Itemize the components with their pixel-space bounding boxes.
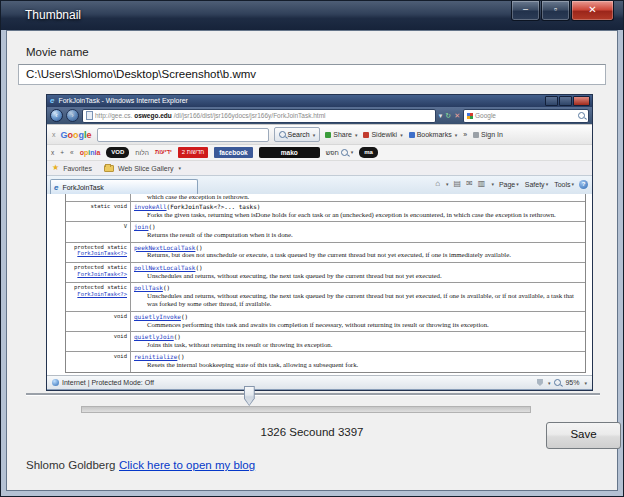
ie-window-controls bbox=[545, 96, 590, 106]
api-table-row: voidreinitialize()Resets the internal bo… bbox=[66, 351, 585, 371]
favorites-star-icon: ★ bbox=[52, 164, 59, 172]
chevron-down-icon: ▾ bbox=[446, 181, 449, 187]
google-search-button: Search ▾ bbox=[274, 127, 321, 142]
web-slice-label: Web Slice Gallery bbox=[118, 165, 174, 172]
api-table-row: static voidinvokeAll(ForkJoinTask<?>... … bbox=[66, 201, 585, 221]
type-link: ForkJoinTask<?> bbox=[77, 250, 127, 256]
links-bar-item: 2 חדשות bbox=[178, 147, 208, 158]
movie-name-label: Movie name bbox=[26, 46, 89, 58]
mail-icon: ✉ bbox=[466, 179, 473, 189]
home-icon: ⌂ bbox=[435, 179, 440, 189]
google-toolbar-input bbox=[97, 128, 269, 142]
links-bar-item: « bbox=[70, 148, 74, 157]
window-controls: – ▫ ✕ bbox=[511, 1, 614, 21]
type-link: ForkJoinTask<?> bbox=[77, 291, 127, 297]
google-search-label: Search bbox=[288, 131, 310, 138]
status-zone-text: Internet | Protected Mode: Off bbox=[62, 379, 154, 386]
window-title: Thumbnail bbox=[25, 8, 81, 22]
api-return-type: void bbox=[66, 312, 130, 331]
command-bar-menu: Safety▾ bbox=[525, 181, 548, 188]
minimize-button[interactable]: – bbox=[511, 1, 540, 21]
ie-logo-icon: e bbox=[50, 95, 54, 107]
links-bar-item: ma bbox=[359, 147, 378, 158]
blog-link[interactable]: Click here to open my blog bbox=[119, 459, 255, 471]
chevron-down-icon: ▾ bbox=[548, 380, 551, 386]
links-bar-item: חפש▾ bbox=[326, 148, 354, 157]
ie-maximize-icon bbox=[559, 96, 572, 106]
api-method-signature: reinitialize() bbox=[134, 353, 582, 361]
api-method-signature: quietlyInvoke() bbox=[134, 313, 582, 321]
links-bar-item: opinia bbox=[80, 148, 101, 157]
save-button[interactable]: Save bbox=[546, 422, 621, 449]
links-bar-item: x bbox=[51, 148, 54, 157]
seek-slider[interactable] bbox=[21, 386, 605, 408]
type-link: ForkJoinTask<?> bbox=[77, 271, 127, 277]
api-return-type: void bbox=[66, 352, 130, 371]
toolbar-item-icon bbox=[473, 132, 479, 138]
position-label: 1326 Secound 3397 bbox=[7, 426, 617, 438]
api-table-row: protected staticForkJoinTask<?>peekNextL… bbox=[66, 242, 585, 262]
favorites-bar: ★ Favorites Web Slice Gallery ▾ bbox=[47, 160, 592, 175]
api-method-description: Unschedules and returns, without executi… bbox=[134, 292, 582, 309]
api-method-description: Joins this task, without returning its r… bbox=[134, 341, 582, 349]
api-return-type: V bbox=[66, 222, 130, 241]
api-table-row: Vjoin()Returns the result of the computa… bbox=[66, 221, 585, 241]
links-bar-item: הלוח bbox=[135, 148, 149, 157]
ie-close-icon bbox=[573, 96, 590, 106]
zoom-icon bbox=[554, 379, 561, 386]
google-toolbar-item: Sign In bbox=[473, 131, 503, 138]
google-toolbar-item: Sidewiki▾ bbox=[363, 131, 402, 138]
api-method-signature: pollNextLocalTask() bbox=[134, 264, 582, 272]
globe-icon bbox=[52, 379, 59, 386]
chevron-down-icon: ▾ bbox=[546, 181, 549, 187]
ie-page-content: which case the exception is rethrown. st… bbox=[47, 194, 592, 375]
url-domain: oswego.edu bbox=[134, 110, 172, 121]
api-method-description: Returns the result of the computation wh… bbox=[134, 231, 582, 239]
favorites-label: Favorites bbox=[63, 165, 92, 172]
method-link: invokeAll bbox=[134, 203, 167, 210]
ie-address-field: http://gee.cs.oswego.edu/dl/jsr166/dist/… bbox=[82, 109, 436, 123]
stop-icon: ✕ bbox=[454, 108, 460, 123]
seek-slider-thumb[interactable] bbox=[244, 386, 255, 406]
api-table-row: which case the exception is rethrown. bbox=[66, 194, 585, 201]
movie-path-field[interactable]: C:\Users\Shlomo\Desktop\Screenshot\b.wmv bbox=[18, 64, 606, 85]
api-return-type: protected staticForkJoinTask<?> bbox=[66, 243, 130, 262]
method-link: pollTask bbox=[134, 284, 163, 291]
ie-minimize-icon bbox=[545, 96, 558, 106]
close-button[interactable]: ✕ bbox=[571, 1, 614, 21]
api-method-description: Unschedules and returns, without executi… bbox=[134, 272, 582, 280]
forward-icon: › bbox=[66, 109, 79, 122]
api-method-description: Returns, but does not unschedule or exec… bbox=[134, 251, 582, 259]
toolbar-close-icon: x bbox=[52, 131, 56, 138]
api-method-signature: invokeAll(ForkJoinTask<?>... tasks) bbox=[134, 203, 582, 211]
method-link: peekNextLocalTask bbox=[134, 244, 195, 251]
api-return-type: static void bbox=[66, 202, 130, 221]
google-toolbar-item: Bookmarks▾ bbox=[409, 131, 458, 138]
toolbar-item-icon bbox=[325, 132, 331, 138]
seek-slider-track[interactable] bbox=[26, 393, 600, 396]
chevron-down-icon: ▾ bbox=[313, 132, 316, 138]
back-icon: ‹ bbox=[50, 109, 63, 122]
thumbnail-window: Thumbnail – ▫ ✕ Movie name C:\Users\Shlo… bbox=[0, 0, 624, 497]
page-icon bbox=[86, 111, 93, 120]
maximize-button[interactable]: ▫ bbox=[541, 1, 570, 21]
api-table-row: protected staticForkJoinTask<?>pollNextL… bbox=[66, 262, 585, 282]
chevron-down-icon: ▾ bbox=[571, 181, 574, 187]
api-method-signature: join() bbox=[134, 223, 582, 231]
api-method-description: Forks the given tasks, returning when is… bbox=[134, 211, 582, 219]
command-bar-menu: Page▾ bbox=[499, 181, 519, 188]
chevron-down-icon: ▾ bbox=[400, 132, 403, 138]
url-path: /dl/jsr166/dist/jsr166ydocs/jsr166y/Fork… bbox=[174, 110, 326, 121]
chevron-down-icon: ▾ bbox=[516, 181, 519, 187]
chevron-down-icon: ▾ bbox=[491, 181, 494, 187]
method-link: quietlyInvoke bbox=[134, 313, 181, 320]
api-method-description: Resets the internal bookkeeping state of… bbox=[134, 361, 582, 369]
command-bar: ⌂ ▾ ▤ ✉ ▥ ▾ Page▾Safety▾Tools▾ ? bbox=[435, 179, 588, 189]
url-prefix: http://gee.cs. bbox=[95, 110, 132, 121]
google-toolbar-items: Share▾Sidewiki▾Bookmarks▾»Sign In bbox=[325, 131, 503, 138]
method-link: reinitialize bbox=[134, 353, 177, 360]
api-method-table: which case the exception is rethrown. st… bbox=[65, 194, 586, 373]
protected-mode-icon bbox=[537, 379, 543, 386]
links-bar-item: facebook bbox=[214, 147, 253, 158]
client-area: Movie name C:\Users\Shlomo\Desktop\Scree… bbox=[6, 30, 618, 491]
